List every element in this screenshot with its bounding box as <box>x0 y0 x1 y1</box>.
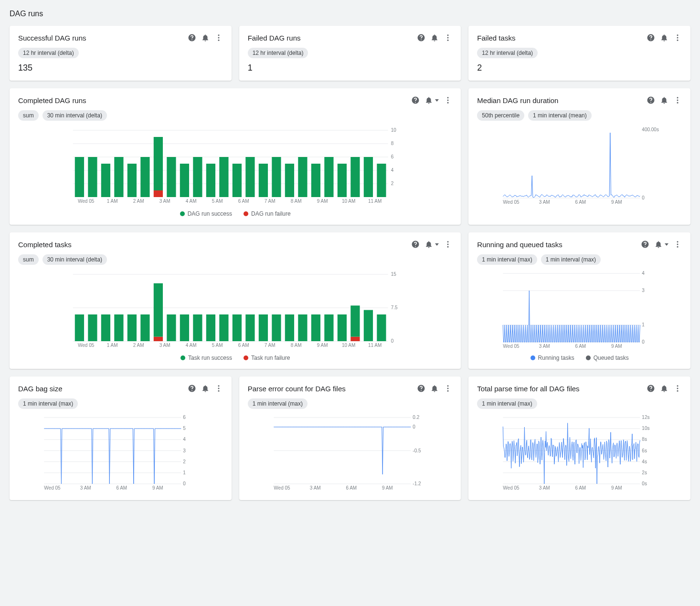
svg-rect-79 <box>88 314 97 341</box>
more-vert-icon[interactable] <box>444 240 452 249</box>
svg-rect-89 <box>206 314 215 341</box>
svg-text:-0.5: -0.5 <box>413 448 421 453</box>
svg-text:4: 4 <box>391 167 394 173</box>
svg-rect-95 <box>285 314 294 341</box>
svg-text:9 AM: 9 AM <box>152 485 163 491</box>
legend-item: Task run failure <box>244 355 290 361</box>
bell-icon[interactable] <box>654 240 663 249</box>
svg-text:3 AM: 3 AM <box>80 485 91 491</box>
svg-point-5 <box>447 40 449 41</box>
svg-point-6 <box>677 34 679 36</box>
svg-text:2s: 2s <box>642 470 647 475</box>
svg-point-71 <box>447 246 449 248</box>
svg-rect-31 <box>180 164 189 197</box>
more-vert-icon[interactable] <box>673 240 682 249</box>
svg-rect-39 <box>285 164 294 197</box>
svg-text:2 AM: 2 AM <box>133 343 144 348</box>
more-vert-icon[interactable] <box>444 384 452 393</box>
chip: 1 min interval (max) <box>18 398 78 409</box>
help-icon[interactable] <box>411 240 420 249</box>
svg-point-4 <box>447 37 449 39</box>
more-vert-icon[interactable] <box>673 96 682 104</box>
svg-text:8: 8 <box>391 141 394 146</box>
help-icon[interactable] <box>411 96 420 104</box>
section-title: DAG runs <box>10 10 690 18</box>
svg-text:3 AM: 3 AM <box>159 199 170 204</box>
svg-rect-102 <box>364 310 373 341</box>
chevron-down-icon[interactable] <box>435 243 439 246</box>
svg-text:7.5: 7.5 <box>391 305 398 310</box>
svg-text:4: 4 <box>183 437 186 442</box>
svg-text:0: 0 <box>391 338 394 344</box>
bell-icon[interactable] <box>201 33 210 42</box>
bell-icon[interactable] <box>430 33 439 42</box>
svg-rect-96 <box>298 314 307 341</box>
help-icon[interactable] <box>417 384 425 393</box>
svg-text:6 AM: 6 AM <box>575 199 586 205</box>
more-vert-icon[interactable] <box>444 33 452 42</box>
chip: 1 min interval (max) <box>477 398 537 409</box>
svg-rect-35 <box>233 164 242 197</box>
more-vert-icon[interactable] <box>673 33 682 42</box>
svg-point-116 <box>677 241 678 242</box>
bell-icon[interactable] <box>424 240 433 249</box>
help-icon[interactable] <box>188 33 196 42</box>
svg-rect-87 <box>180 314 189 341</box>
chevron-down-icon[interactable] <box>665 243 668 246</box>
more-vert-icon[interactable] <box>444 96 452 104</box>
bell-icon[interactable] <box>430 384 439 393</box>
svg-text:6 AM: 6 AM <box>238 343 249 348</box>
bell-icon[interactable] <box>201 384 210 393</box>
bell-icon[interactable] <box>660 384 668 393</box>
bell-icon[interactable] <box>660 33 668 42</box>
svg-text:12s: 12s <box>642 415 650 420</box>
svg-point-133 <box>218 390 219 392</box>
more-vert-icon[interactable] <box>214 384 223 393</box>
svg-text:6: 6 <box>183 415 186 420</box>
svg-rect-33 <box>206 164 215 197</box>
chart-card-completed-tasks: Completed tasks sum 30 min interval (del… <box>10 232 461 369</box>
svg-rect-40 <box>298 157 307 197</box>
help-icon[interactable] <box>647 384 655 393</box>
svg-text:4 AM: 4 AM <box>186 343 197 348</box>
chart-card-parse-time: Total parse time for all DAG files 1 min… <box>468 376 690 500</box>
svg-text:3: 3 <box>642 288 645 293</box>
svg-rect-83 <box>140 314 149 341</box>
chevron-down-icon[interactable] <box>435 99 439 102</box>
help-icon[interactable] <box>641 240 649 249</box>
svg-text:Wed 05: Wed 05 <box>274 485 290 491</box>
svg-text:8 AM: 8 AM <box>291 199 302 204</box>
svg-text:3 AM: 3 AM <box>539 344 550 349</box>
svg-point-8 <box>677 40 679 41</box>
line-chart-parse-time: 0s2s4s6s8s10s12sWed 053 AM6 AM9 AM <box>477 414 682 492</box>
svg-text:10 AM: 10 AM <box>342 199 355 204</box>
svg-rect-100 <box>350 337 360 341</box>
svg-rect-43 <box>338 164 347 197</box>
svg-text:2: 2 <box>183 459 186 464</box>
help-icon[interactable] <box>647 96 655 104</box>
bell-icon[interactable] <box>424 96 433 104</box>
line-chart-running-queued: 0134Wed 053 AM6 AM9 AM <box>477 270 682 351</box>
help-icon[interactable] <box>417 33 425 42</box>
chip: 1 min interval (max) <box>477 254 537 265</box>
card-title: DAG bag size <box>18 385 63 393</box>
svg-text:9 AM: 9 AM <box>317 343 328 348</box>
svg-text:6: 6 <box>391 154 394 159</box>
svg-text:5 AM: 5 AM <box>212 343 223 348</box>
stat-card-failed-tasks: Failed tasks 12 hr interval (delta) 2 <box>468 26 690 81</box>
legend-item: Queued tasks <box>586 355 629 361</box>
bell-icon[interactable] <box>660 96 668 104</box>
more-vert-icon[interactable] <box>673 384 682 393</box>
help-icon[interactable] <box>188 384 196 393</box>
svg-point-69 <box>447 241 449 242</box>
svg-rect-34 <box>219 157 228 197</box>
more-vert-icon[interactable] <box>214 33 223 42</box>
svg-text:6 AM: 6 AM <box>346 485 357 491</box>
svg-text:0: 0 <box>642 195 645 200</box>
stat-card-failed-runs: Failed DAG runs 12 hr interval (delta) 1 <box>239 26 461 81</box>
svg-rect-37 <box>259 164 268 197</box>
help-icon[interactable] <box>647 33 655 42</box>
svg-text:4 AM: 4 AM <box>186 199 197 204</box>
svg-rect-23 <box>88 157 97 197</box>
svg-point-153 <box>447 388 449 389</box>
